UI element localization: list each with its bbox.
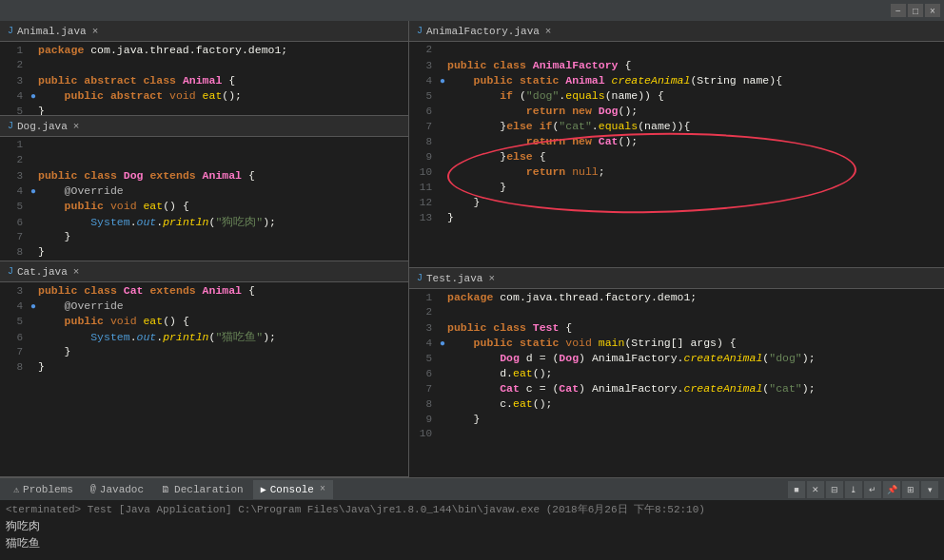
title-bar: − □ ×: [0, 0, 944, 21]
code-line: 10: [409, 428, 944, 443]
code-line: 5 }: [0, 105, 408, 115]
test-tab-label: Test.java: [426, 273, 482, 284]
declaration-label: Declaration: [174, 484, 244, 495]
remove-launch-button[interactable]: ✕: [807, 481, 824, 498]
code-line: 3 public class Test {: [409, 321, 944, 337]
dog-editor: J Dog.java × 1 2 3: [0, 116, 408, 261]
code-line: 2: [0, 154, 408, 169]
word-wrap-button[interactable]: ↵: [864, 481, 881, 498]
dog-code: 1 2 3 public class Dog extends Animal {: [0, 137, 408, 261]
animal-editor: J Animal.java × 1 package com.java.threa…: [0, 21, 408, 116]
console-icon: ▶: [261, 484, 266, 495]
code-line: 4 ● public static void main(String[] arg…: [409, 337, 944, 352]
code-line: 6 return new Dog();: [409, 105, 944, 120]
close-button[interactable]: ×: [925, 4, 940, 17]
problems-icon: ⚠: [13, 484, 19, 495]
animal-factory-tab-close[interactable]: ×: [545, 26, 552, 37]
code-line: 11 }: [409, 181, 944, 196]
console-toolbar: ■ ✕ ⊟ ⤓ ↵ 📌 ⊞ ▾: [788, 481, 938, 498]
code-line: 1: [0, 139, 408, 154]
code-line: 3 public class Dog extends Animal {: [0, 169, 408, 184]
code-line: 7 }: [0, 345, 408, 360]
code-line: 8 c.eat();: [409, 397, 944, 413]
test-tab-close[interactable]: ×: [488, 273, 495, 284]
console-terminated-text: <terminated> Test [Java Application] C:\…: [6, 502, 938, 516]
code-line: 6 System.out.println("猫吃鱼");: [0, 330, 408, 345]
code-line: 3 public class Cat extends Animal {: [0, 284, 408, 299]
code-line: 7 }: [0, 230, 408, 245]
terminate-button[interactable]: ■: [788, 481, 805, 498]
javadoc-label: Javadoc: [100, 484, 144, 495]
animal-tab-close[interactable]: ×: [92, 26, 99, 37]
code-line: 1 package com.java.thread.factory.demo1;: [409, 291, 944, 306]
tab-console[interactable]: ▶ Console ×: [253, 480, 333, 499]
java-file-icon: J: [8, 266, 13, 277]
cat-code: 3 public class Cat extends Animal { 4 ● …: [0, 282, 408, 476]
pin-button[interactable]: 📌: [883, 481, 900, 498]
code-line: 3 public abstract class Animal {: [0, 74, 408, 89]
java-file-icon: J: [8, 26, 13, 36]
problems-label: Problems: [23, 484, 73, 495]
code-line: 6 d.eat();: [409, 367, 944, 382]
code-line: 2: [409, 306, 944, 321]
right-panel: J AnimalFactory.java × 2 3 public class …: [409, 21, 944, 477]
code-line: 4 ● @Override: [0, 299, 408, 315]
java-file-icon: J: [8, 121, 13, 131]
minimize-button[interactable]: −: [891, 4, 906, 17]
animal-factory-tab[interactable]: J AnimalFactory.java ×: [409, 21, 944, 42]
code-line: 12 }: [409, 196, 944, 211]
code-line: 6 System.out.println("狗吃肉");: [0, 215, 408, 230]
open-console-button[interactable]: ⊞: [902, 481, 919, 498]
code-line: 5 if ("dog".equals(name)) {: [409, 89, 944, 105]
javadoc-icon: @: [90, 484, 96, 494]
code-line: 10 return null;: [409, 165, 944, 181]
left-panel: J Animal.java × 1 package com.java.threa…: [0, 21, 409, 477]
app-window: − □ × J Animal.java × 1 package com.java…: [0, 0, 944, 554]
maximize-button[interactable]: □: [908, 4, 923, 17]
code-line: 9 }: [409, 413, 944, 428]
code-line: 7 }else if("cat".equals(name)){: [409, 120, 944, 135]
dog-tab[interactable]: J Dog.java ×: [0, 116, 408, 137]
code-line: 2: [409, 44, 944, 59]
animal-factory-tab-label: AnimalFactory.java: [426, 26, 540, 37]
bottom-tabs-bar: ⚠ Problems @ Javadoc 🗎 Declaration ▶ Con…: [0, 477, 944, 500]
code-line: 4 ● @Override: [0, 184, 408, 200]
console-tab-close[interactable]: ×: [320, 484, 325, 494]
tab-declaration[interactable]: 🗎 Declaration: [153, 480, 251, 499]
java-file-icon: J: [417, 26, 423, 36]
console-label: Console: [270, 484, 314, 495]
tab-javadoc[interactable]: @ Javadoc: [83, 480, 151, 499]
console-output-area: <terminated> Test [Java Application] C:\…: [0, 500, 944, 554]
console-line-2: 猫吃鱼: [6, 535, 938, 552]
cat-tab-close[interactable]: ×: [73, 266, 80, 278]
clear-console-button[interactable]: ⊟: [826, 481, 843, 498]
code-line: 4 ● public abstract void eat();: [0, 89, 408, 105]
cat-tab-label: Cat.java: [17, 266, 68, 278]
code-line: 7 Cat c = (Cat) AnimalFactory.createAnim…: [409, 382, 944, 397]
test-tab[interactable]: J Test.java ×: [409, 268, 944, 289]
code-line: 3 public class AnimalFactory {: [409, 59, 944, 74]
code-line: 9 }else {: [409, 150, 944, 165]
view-menu-button[interactable]: ▾: [921, 481, 938, 498]
animal-factory-code: 2 3 public class AnimalFactory { 4 ● pub…: [409, 42, 944, 267]
code-line: 4 ● public static Animal createAnimal(St…: [409, 74, 944, 89]
code-line: 13 }: [409, 211, 944, 226]
code-line: 8 }: [0, 245, 408, 261]
code-line: 8 return new Cat();: [409, 135, 944, 150]
dog-tab-close[interactable]: ×: [73, 121, 80, 132]
cat-tab[interactable]: J Cat.java ×: [0, 261, 408, 282]
code-line: 5 public void eat() {: [0, 315, 408, 330]
code-line: 8 }: [0, 360, 408, 376]
scroll-lock-button[interactable]: ⤓: [845, 481, 862, 498]
animal-factory-editor: J AnimalFactory.java × 2 3 public class …: [409, 21, 944, 268]
dog-tab-label: Dog.java: [17, 121, 68, 132]
code-line: 5 public void eat() {: [0, 200, 408, 215]
code-line: 1 package com.java.thread.factory.demo1;: [0, 44, 408, 59]
animal-tab-label: Animal.java: [17, 26, 87, 37]
code-line: 5 Dog d = (Dog) AnimalFactory.createAnim…: [409, 352, 944, 367]
animal-tab[interactable]: J Animal.java ×: [0, 21, 408, 42]
console-line-1: 狗吃肉: [6, 518, 938, 535]
main-layout: J Animal.java × 1 package com.java.threa…: [0, 21, 944, 477]
tab-problems[interactable]: ⚠ Problems: [6, 480, 81, 499]
cat-editor: J Cat.java × 3 public class Cat extends …: [0, 261, 408, 477]
